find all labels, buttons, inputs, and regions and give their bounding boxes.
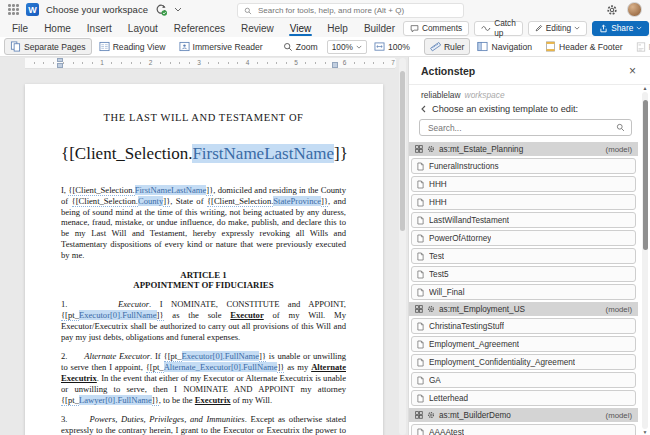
zoom-button[interactable]: Zoom [277, 38, 324, 55]
template-group-header[interactable]: as:mt_BuilderDemo(model) [409, 408, 638, 422]
template-item[interactable]: Letterhead [411, 390, 636, 406]
doc-paragraph[interactable]: 2. Alternate Executor. If {[pt_Executor[… [61, 351, 346, 405]
template-item[interactable]: Employment_Confidentiality_Agreement [411, 354, 636, 370]
pencil-icon [535, 24, 543, 32]
merge-field[interactable]: StateProvince [273, 196, 321, 206]
document-page[interactable]: THE LAST WILL AND TESTAMENT OF{[Client_S… [25, 84, 383, 435]
menu-tab-home[interactable]: Home [36, 19, 79, 37]
menu-tab-layout[interactable]: Layout [120, 19, 166, 37]
catch-up-button[interactable]: Catch up [474, 21, 523, 36]
template-item[interactable]: Test5 [411, 266, 636, 282]
header-footer-button[interactable]: Header & Footer [539, 38, 629, 55]
doc-paragraph[interactable]: 3. Powers, Duties, Privileges, and Immun… [61, 414, 346, 435]
panel-title: Actionstep [421, 65, 475, 77]
template-item[interactable]: AAAAtest [411, 424, 636, 435]
template-item[interactable]: ChristinaTestingStuff [411, 318, 636, 334]
global-search-input[interactable] [256, 5, 457, 16]
catch-up-icon [481, 25, 491, 32]
template-group-header[interactable]: as:mt_Employment_US(model) [409, 302, 638, 316]
ruler-band [25, 58, 395, 69]
merge-field[interactable]: County [138, 196, 163, 206]
scroll-up-icon[interactable]: ▲ [643, 85, 648, 92]
footnotes-button: Footnotes [630, 38, 650, 55]
fit-to-100-button[interactable]: 100% [368, 38, 416, 55]
ruler-toggle-button[interactable]: Ruler [424, 38, 471, 55]
doc-heading[interactable]: {[Client_Selection.FirstNameLastName]} [61, 144, 346, 164]
ruler-icon [430, 41, 441, 52]
merge-field[interactable]: Alternate_Executor[0].FullName [164, 362, 278, 372]
template-item[interactable]: HHH [411, 176, 636, 192]
merge-field[interactable]: Lawyer[0].FullName [79, 395, 152, 405]
menu-tab-builder[interactable]: Builder [356, 19, 403, 37]
document-icon [417, 322, 424, 331]
template-search-box[interactable] [419, 119, 632, 136]
menu-tab-help[interactable]: Help [319, 19, 356, 37]
template-item[interactable]: FuneralInstructions [411, 158, 636, 174]
article-heading[interactable]: ARTICLE 1APPOINTMENT OF FIDUCIARIES [61, 270, 346, 292]
reading-view-icon [99, 41, 110, 52]
menu-tab-review[interactable]: Review [233, 19, 282, 37]
navigation-button[interactable]: Navigation [471, 38, 538, 55]
left-indent-marker[interactable] [57, 63, 63, 68]
template-item-label: HHH [429, 180, 447, 189]
app-launcher-icon[interactable] [8, 4, 19, 15]
immersive-reader-button[interactable]: Immersive Reader [173, 38, 269, 55]
zoom-level-dropdown[interactable]: 100% [327, 40, 367, 54]
document-scrollbar[interactable] [399, 58, 406, 435]
template-item[interactable]: Employment_Agreement [411, 336, 636, 352]
right-indent-marker[interactable] [332, 62, 338, 68]
settings-gear-icon[interactable] [606, 4, 618, 16]
template-group-name: as:mt_Estate_Planning [439, 145, 523, 154]
scroll-down-icon[interactable]: ▼ [643, 429, 648, 435]
template-group-header[interactable]: as:mt_Estate_Planning(model) [409, 142, 638, 156]
panel-scrollbar-thumb[interactable] [643, 100, 648, 250]
ruler-number: 3 [196, 59, 202, 67]
merge-field[interactable]: FirstNameLastName [135, 185, 207, 195]
reading-view-button[interactable]: Reading View [93, 38, 172, 55]
workspace-suffix: workspace [465, 90, 505, 100]
comments-button[interactable]: Comments [403, 21, 469, 36]
merge-field[interactable]: FirstNameLastName [192, 144, 334, 163]
panel-close-icon[interactable]: × [627, 65, 638, 77]
menu-tab-file[interactable]: File [4, 19, 36, 37]
menu-tab-references[interactable]: References [166, 19, 233, 37]
separate-pages-button[interactable]: Separate Pages [4, 38, 92, 55]
panel-scrollbar[interactable]: ▲ ▼ [641, 85, 649, 435]
merge-field[interactable]: Executor[0].FullName [79, 310, 157, 320]
word-logo-icon[interactable]: W [26, 3, 39, 16]
model-grid-icon [415, 411, 423, 419]
first-line-indent-marker[interactable] [57, 58, 63, 62]
search-icon [244, 7, 252, 15]
share-button[interactable]: Share [592, 21, 649, 36]
global-search-box[interactable] [237, 3, 464, 18]
template-item-label: Will_Final [429, 288, 465, 297]
document-scrollbar-thumb[interactable] [400, 71, 405, 231]
doc-title[interactable]: THE LAST WILL AND TESTAMENT OF [61, 112, 346, 123]
ruler-number: 4 [245, 59, 251, 67]
template-item[interactable]: GA [411, 372, 636, 388]
ruler-number: 7 [390, 59, 396, 67]
menu-tab-insert[interactable]: Insert [79, 19, 120, 37]
user-avatar[interactable] [627, 2, 642, 17]
workspace-chevron-down-icon[interactable] [174, 7, 182, 12]
template-item[interactable]: LastWillandTestament [411, 212, 636, 228]
doc-paragraph[interactable]: I, {[Client_Selection.FirstNameLastName]… [61, 185, 346, 261]
share-chevron-down-icon [636, 26, 642, 30]
doc-paragraph[interactable]: 1. Executor. I NOMINATE, CONSTITUTE and … [61, 299, 346, 342]
template-item[interactable]: Test [411, 248, 636, 264]
ruler[interactable]: 1234567 [0, 57, 408, 69]
panel-scrollbar-track[interactable] [642, 92, 648, 429]
workspace-selector-label[interactable]: Choose your workspace [46, 4, 148, 15]
document-icon [417, 340, 424, 349]
search-icon [616, 123, 625, 132]
template-item[interactable]: Will_Final [411, 284, 636, 300]
template-item[interactable]: HHH [411, 194, 636, 210]
reading-view-label: Reading View [113, 42, 166, 52]
breadcrumb: Choose an existing template to edit: [409, 101, 650, 118]
template-item[interactable]: PowerOfAttorney [411, 230, 636, 246]
template-search-input[interactable] [426, 122, 612, 134]
back-chevron-icon[interactable] [421, 105, 426, 113]
editing-mode-button[interactable]: Editing [528, 21, 587, 36]
merge-field[interactable]: Executor[0].FullName [182, 351, 260, 361]
menu-tab-view[interactable]: View [282, 19, 320, 37]
